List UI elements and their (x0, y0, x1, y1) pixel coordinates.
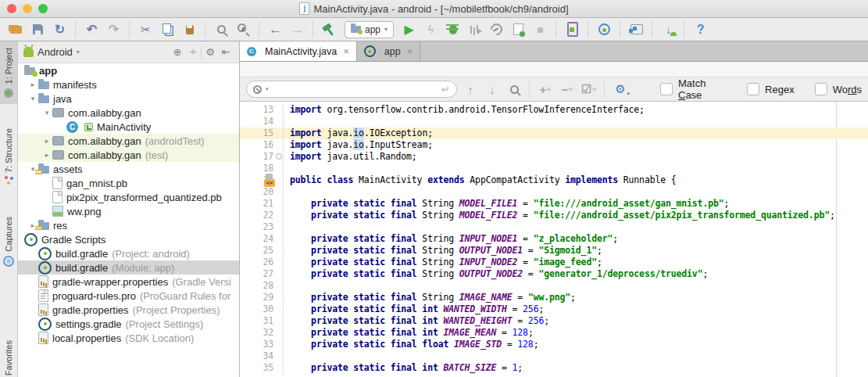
back-icon[interactable]: ← (266, 20, 285, 39)
tree-item[interactable]: gan_mnist.pb (18, 176, 239, 190)
find-icon[interactable] (212, 20, 231, 39)
match-case-checkbox-box[interactable] (660, 83, 673, 95)
code-line[interactable]: 24 private static final String INPUT_NOD… (240, 233, 868, 245)
run-icon[interactable]: ▶ (399, 20, 419, 39)
code-line[interactable]: 20 (240, 186, 868, 198)
code-line[interactable]: 25 private static final String OUTPUT_NO… (240, 245, 868, 257)
tree-item[interactable]: proguard-rules.pro(ProGuard Rules for (18, 289, 239, 303)
regex-checkbox[interactable]: Regex (747, 83, 795, 95)
profile-icon[interactable] (465, 20, 484, 39)
chevron-down-icon[interactable]: ▾ (41, 109, 52, 117)
code-line[interactable]: 29 private static final String IMAGE_NAM… (240, 292, 868, 303)
match-case-checkbox[interactable]: Match Case (660, 77, 727, 101)
gradle-sync-icon[interactable] (595, 20, 614, 39)
tree-item[interactable]: settings.gradle(Project Settings) (18, 317, 239, 331)
build-icon[interactable] (320, 20, 339, 39)
code-line[interactable]: 19public class MainActivity extends AppC… (240, 174, 868, 186)
gutter-class-marker-icon[interactable] (266, 174, 273, 179)
tool-button-captures[interactable]: Captures (0, 209, 17, 275)
tree-item[interactable]: ▸res (18, 218, 239, 232)
remove-occurrence-icon[interactable]: − (557, 80, 577, 99)
chevron-down-icon[interactable]: ▾ (77, 48, 80, 56)
previous-occurrence-icon[interactable]: ↑ (460, 80, 480, 99)
chevron-right-icon[interactable]: ▸ (27, 81, 38, 88)
minimize-window-icon[interactable] (23, 4, 32, 13)
code-line[interactable]: 13import org.tensorflow.contrib.android.… (240, 104, 868, 116)
words-checkbox[interactable]: Words (815, 83, 862, 95)
code-line[interactable]: 26 private static final String INPUT_NOD… (240, 257, 868, 268)
help-icon[interactable]: ? (691, 20, 710, 39)
code-line[interactable]: 23 (240, 221, 868, 233)
save-all-icon[interactable] (28, 20, 48, 39)
attach-android-icon[interactable]: ↓ (659, 20, 678, 39)
tab-app[interactable]: app× (357, 41, 420, 61)
code-line[interactable]: 28 (240, 280, 868, 292)
settings-gear-icon[interactable]: ⚙ (202, 46, 218, 58)
tree-item[interactable]: gradle.properties(Project Properties) (18, 303, 239, 317)
code-line[interactable]: 33 private static final float IMAGE_STD … (240, 339, 868, 350)
tool-button-project[interactable]: 1: Project (0, 41, 17, 104)
debug-icon[interactable] (443, 20, 463, 39)
cut-icon[interactable]: ✂ (136, 20, 155, 39)
copy-icon[interactable] (158, 20, 177, 39)
open-icon[interactable] (6, 20, 26, 39)
find-all-icon[interactable] (504, 80, 524, 99)
fold-marker-icon[interactable] (276, 153, 282, 160)
tree-item[interactable]: ww.png (18, 204, 239, 218)
code-line[interactable]: 30 private static final int WANTED_WIDTH… (240, 303, 868, 315)
tree-item[interactable]: ▾java (18, 92, 239, 106)
tab-mainactivity-java[interactable]: MainActivity.java× (240, 41, 357, 61)
tree-item[interactable]: MainActivity (18, 120, 239, 134)
tree-item[interactable]: app (18, 63, 239, 77)
code-editor[interactable]: 13import org.tensorflow.contrib.android.… (240, 102, 868, 377)
code-line[interactable]: 35 private static final int BATCH_SIZE =… (240, 362, 868, 374)
sync-icon[interactable]: ↻ (50, 20, 70, 39)
run-configuration-select[interactable]: app▾ (345, 21, 394, 38)
code-line[interactable]: 15import java.io.IOException; (240, 127, 868, 139)
add-occurrence-icon[interactable]: + (535, 80, 555, 99)
code-line[interactable]: 27 private static final String OUTPUT_NO… (240, 268, 868, 280)
code-line[interactable]: 31 private static final int WANTED_HEIGH… (240, 315, 868, 327)
zoom-window-icon[interactable] (38, 4, 48, 13)
tree-item[interactable]: pix2pix_transformed_quantized.pb (18, 190, 239, 204)
undo-icon[interactable]: ↶ (82, 20, 102, 39)
collapse-all-icon[interactable]: ÷ (185, 46, 201, 58)
chevron-down-icon[interactable]: ▾ (27, 95, 38, 102)
sdk-manager-icon[interactable] (627, 20, 646, 39)
tool-button-favorites[interactable]: Favorites (0, 339, 17, 377)
tree-item[interactable]: build.gradle(Module: app) (18, 260, 239, 275)
tree-item[interactable]: ▸manifests (18, 77, 239, 92)
replace-icon[interactable]: A (234, 20, 253, 39)
locate-file-icon[interactable]: ⊕ (170, 46, 185, 58)
redo-icon[interactable]: ↷ (104, 20, 123, 39)
apply-changes-icon[interactable]: ϟ (421, 20, 441, 39)
code-line[interactable]: 18 (240, 163, 868, 174)
tree-item[interactable]: build.gradle(Project: android) (18, 246, 239, 260)
code-line[interactable]: 22 private static final String MODEL_FIL… (240, 210, 868, 221)
hide-panel-icon[interactable]: ⇤ (218, 46, 234, 58)
code-line[interactable]: 34 (240, 350, 868, 362)
close-window-icon[interactable] (7, 4, 16, 13)
profiler-icon[interactable] (487, 20, 506, 39)
tree-item[interactable]: Gradle Scripts (18, 232, 239, 246)
forward-icon[interactable]: → (288, 20, 307, 39)
search-input[interactable]: ▾ ↵ (246, 81, 457, 98)
tree-item[interactable]: ▸com.ailabby.gan(test) (18, 148, 239, 162)
words-checkbox-box[interactable] (815, 83, 827, 95)
code-line[interactable]: 16import java.io.InputStream; (240, 139, 868, 151)
tool-button-structure[interactable]: 7: Structure (0, 121, 17, 192)
project-view-selector[interactable]: Android (38, 46, 73, 58)
tree-item[interactable]: ▾com.ailabby.gan (18, 106, 239, 120)
chevron-right-icon[interactable]: ▸ (41, 137, 52, 145)
regex-checkbox-box[interactable] (747, 83, 759, 95)
search-settings-icon[interactable]: ⚙ (610, 80, 630, 99)
close-tab-icon[interactable]: × (407, 45, 413, 57)
next-occurrence-icon[interactable]: ↓ (482, 80, 502, 99)
chevron-right-icon[interactable]: ▸ (41, 151, 52, 159)
tree-item[interactable]: ▸com.ailabby.gan(androidTest) (18, 134, 239, 148)
tree-item[interactable]: gradle-wrapper.properties(Gradle Versi (18, 275, 239, 289)
code-line[interactable]: 17import java.util.Random; (240, 151, 868, 163)
search-history-chevron-icon[interactable]: ▾ (266, 86, 269, 92)
tree-item[interactable]: local.properties(SDK Location) (18, 331, 239, 345)
code-line[interactable]: 14 (240, 116, 868, 127)
